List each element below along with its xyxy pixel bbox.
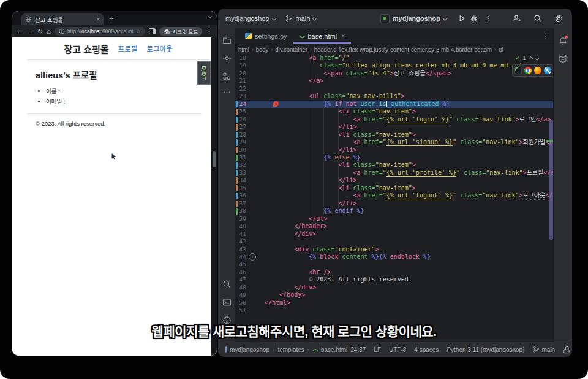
line-number[interactable]: 23 [235,93,246,100]
statusbar-branch[interactable]: main [533,346,556,353]
more-tool-windows-icon[interactable]: ⋯ [223,90,230,94]
vcs-change-marker[interactable] [236,132,238,138]
tab-base-html[interactable]: base.html × [293,28,351,44]
project-folder-icon[interactable] [222,36,232,45]
template-error-pin-icon[interactable] [273,101,279,107]
vcs-change-marker[interactable] [236,208,238,214]
close-tab-icon[interactable]: × [96,16,100,23]
terminal-icon[interactable] [222,298,232,307]
vcs-change-marker[interactable] [236,155,238,161]
prev-problem-icon[interactable] [529,56,533,60]
code-line[interactable]: 22 [235,85,554,93]
code-line[interactable]: 48 </div> [235,284,554,291]
code-line[interactable]: 37 </li> [235,200,554,207]
vcs-change-marker[interactable] [236,101,238,107]
code-line[interactable]: 34 </li> [235,177,554,184]
status-file-path[interactable]: mydjangoshop›templates›base.html [230,346,347,353]
line-number[interactable]: 45 [235,261,246,268]
builtin-preview-icon[interactable] [514,67,522,74]
vcs-change-marker[interactable] [236,117,238,123]
code-line[interactable]: 44↓ {% block content %}{% endblock %} [235,253,554,261]
code-line[interactable]: 27 </li> [235,123,554,131]
vcs-change-marker[interactable] [236,201,238,207]
tab-search-chevron-icon[interactable] [208,11,211,21]
code-line[interactable]: 21 </a> [235,77,554,85]
debug-button[interactable] [470,14,478,23]
code-line[interactable]: 24 {% if not user.is_authenticated %} [235,101,554,108]
next-problem-icon[interactable] [535,56,539,60]
search-icon[interactable] [533,14,542,23]
code-line[interactable]: 18 <a href="/" [235,55,554,62]
code-line[interactable]: 23 <ul class="nav nav-pills"> [235,93,554,100]
code-line[interactable]: 20 <span class="fs-4">장고 쇼핑몰</span> [235,70,554,77]
line-number[interactable]: 41 [235,231,246,238]
notifications-button[interactable] [559,37,567,45]
caret-position[interactable]: 24:37 [350,346,366,353]
code-line[interactable]: 43 <div class="container"> [235,246,554,253]
code-line[interactable]: 46 <hr /> [235,269,554,276]
vcs-change-marker[interactable] [236,147,238,153]
chrome-icon[interactable] [524,67,532,74]
line-number[interactable]: 20 [235,70,246,77]
inspection-widget[interactable]: ✔ 1 [515,55,538,61]
vcs-change-marker[interactable] [236,162,238,168]
vcs-branch-selector[interactable]: main [285,15,317,23]
code-line[interactable]: 39 </ul> [235,215,554,223]
line-number[interactable]: 51 [235,307,246,314]
breadcrumb-item[interactable]: body [256,46,268,53]
database-icon[interactable] [559,54,567,63]
home-icon[interactable]: ⌂ [47,28,51,35]
forward-icon[interactable]: → [27,28,34,35]
code-line[interactable]: 31 {% else %} [235,154,554,161]
breadcrumb-item[interactable]: div.container [275,46,307,53]
code-line[interactable]: 42 [235,238,554,245]
safari-icon[interactable] [544,67,551,74]
side-panel-icon[interactable] [149,28,156,34]
browser-menu-icon[interactable]: ⋮ [206,28,213,36]
line-separator[interactable]: LF [374,346,381,353]
url-text[interactable]: http://localhost:8000/accounts/pr... [67,28,134,34]
line-number[interactable]: 18 [235,55,246,62]
code-line[interactable]: 41 </div> [235,231,554,238]
add-user-icon[interactable] [513,14,521,23]
code-line[interactable]: 51 [235,307,554,314]
code-line[interactable]: 40 </header> [235,223,554,230]
close-tab-icon[interactable]: × [341,33,345,39]
lock-icon[interactable] [563,346,570,354]
editor-scrollbar-thumb[interactable] [549,120,553,240]
vcs-change-marker[interactable] [236,170,238,176]
breadcrumb-item[interactable]: header.d-flex.flex-wrap.justify-content-… [314,46,492,53]
bookmark-star-icon[interactable]: ☆ [135,28,140,34]
line-number[interactable]: 22 [235,85,246,93]
vcs-change-marker[interactable] [236,177,238,183]
browser-scrollbar-thumb[interactable] [213,151,216,167]
line-number[interactable]: 40 [235,223,246,230]
project-selector[interactable]: mydjangoshop [225,15,276,22]
site-info-icon[interactable] [59,28,65,34]
code-line[interactable]: 30 </li> [235,147,554,154]
tab-options-icon[interactable]: ⋮ [541,32,549,40]
tab-settings-py[interactable]: settings.py [239,28,293,44]
line-number[interactable]: 47 [235,276,246,283]
nav-link-logout[interactable]: 로그아웃 [146,44,172,53]
gear-icon[interactable] [554,14,564,23]
indent-setting[interactable]: 4 spaces [414,346,439,353]
code-line[interactable]: 26 <a href="{% url 'login' %}" class="na… [235,116,554,123]
structure-icon[interactable] [222,72,231,80]
line-number[interactable]: 21 [235,77,246,85]
line-number[interactable]: 19 [235,62,246,69]
browser-scrollbar-track[interactable] [211,37,217,356]
code-line[interactable]: 50</html> [235,299,554,307]
run-more-icon[interactable]: ⋮ [482,14,494,23]
commit-icon[interactable] [222,54,232,63]
code-line[interactable]: 33 <a href="{% url 'profile' %}" class="… [235,169,554,177]
line-number[interactable]: 48 [235,284,246,291]
code-line[interactable]: 19 class="d-flex align-items-center mb-3… [235,62,554,69]
code-line[interactable]: 45 [235,261,554,268]
python-interpreter[interactable]: Python 3.11 (mydjangoshop) [447,346,524,353]
line-number[interactable]: 39 [235,215,246,223]
code-line[interactable]: 28 <li class="nav-item"> [235,131,554,139]
run-config-selector[interactable]: mydjangoshop [380,14,447,23]
vcs-change-marker[interactable] [236,185,238,191]
vcs-change-marker[interactable] [236,139,238,145]
